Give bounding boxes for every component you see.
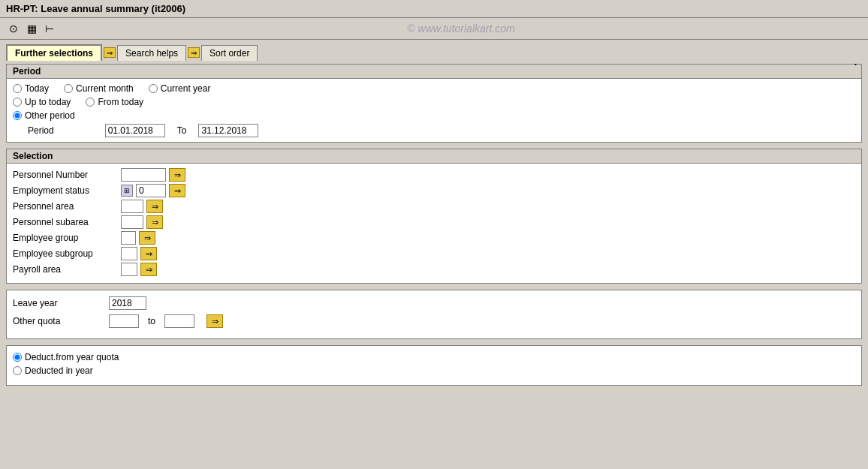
other-quota-label: Other quota: [13, 316, 103, 326]
today-label: Today: [25, 83, 49, 94]
dot-marker: ·: [854, 56, 857, 72]
deduct-from-year-row: Deduct.from year quota: [13, 352, 855, 362]
further-selections-label: Further selections: [15, 48, 93, 59]
title-text: HR-PT: Leave annual summary (it2006): [6, 3, 185, 14]
deduct-section: Deduct.from year quota Deducted in year: [6, 345, 862, 386]
personnel-number-arrow-btn[interactable]: ⇒: [169, 168, 185, 182]
personnel-number-label: Personnel Number: [13, 170, 118, 180]
selection-section: Selection Personnel Number ⇒ Employment …: [6, 149, 862, 284]
save-icon[interactable]: ▦: [24, 21, 39, 36]
other-period-label: Other period: [25, 110, 75, 121]
employee-group-label: Employee group: [13, 233, 118, 243]
period-date-row: Period To: [13, 124, 855, 137]
deducted-in-year-row: Deducted in year: [13, 365, 855, 376]
other-period-radio[interactable]: [13, 111, 22, 120]
period-to-input[interactable]: [198, 124, 258, 137]
current-year-label: Current year: [161, 83, 211, 94]
leave-quota-section: Leave year Other quota to ⇒: [6, 290, 862, 339]
tab-arrow-2: ⇒: [188, 47, 200, 58]
period-section: Period Today Current month Current year: [6, 64, 862, 143]
personnel-subarea-input[interactable]: [121, 215, 143, 229]
employment-status-row: Employment status ⊞ ⇒: [13, 184, 855, 197]
today-option[interactable]: Today: [13, 83, 49, 94]
personnel-area-row: Personnel area ⇒: [13, 200, 855, 213]
employee-subgroup-row: Employee subgroup ⇒: [13, 247, 855, 260]
today-radio[interactable]: [13, 84, 22, 93]
tab-search-helps[interactable]: Search helps: [117, 45, 186, 61]
employment-status-input[interactable]: [136, 184, 166, 197]
employment-status-label: Employment status: [13, 185, 118, 196]
period-to-label: To: [177, 125, 187, 136]
up-to-today-label: Up to today: [25, 97, 71, 107]
main-content: Period Today Current month Current year: [0, 61, 868, 469]
from-today-radio[interactable]: [86, 98, 95, 107]
period-row-2: Up to today From today: [13, 97, 855, 107]
up-to-today-radio[interactable]: [13, 98, 22, 107]
other-quota-to-label: to: [148, 316, 155, 326]
period-row-1: Today Current month Current year: [13, 83, 855, 94]
tab-further-selections[interactable]: Further selections: [6, 44, 102, 61]
employee-group-input[interactable]: [121, 231, 136, 245]
employee-subgroup-label: Employee subgroup: [13, 248, 118, 259]
current-month-option[interactable]: Current month: [64, 83, 134, 94]
other-quota-to-input[interactable]: [164, 314, 194, 328]
payroll-area-row: Payroll area ⇒: [13, 263, 855, 276]
employment-status-icon[interactable]: ⊞: [121, 185, 133, 197]
deducted-in-year-option[interactable]: Deducted in year: [13, 365, 93, 376]
current-month-radio[interactable]: [64, 84, 73, 93]
toolbar: ⊙ ▦ ⊢ © www.tutorialkart.com: [0, 18, 868, 40]
employee-subgroup-arrow-btn[interactable]: ⇒: [140, 247, 157, 260]
personnel-area-input[interactable]: [121, 200, 143, 213]
period-from-input[interactable]: [105, 124, 165, 137]
personnel-number-input[interactable]: [121, 168, 166, 182]
current-year-radio[interactable]: [149, 84, 158, 93]
leave-year-label: Leave year: [13, 298, 103, 308]
personnel-subarea-label: Personnel subarea: [13, 217, 118, 227]
deducted-in-year-radio[interactable]: [13, 366, 22, 375]
from-today-label: From today: [98, 97, 143, 107]
home-icon[interactable]: ⊙: [6, 21, 21, 36]
personnel-subarea-arrow-btn[interactable]: ⇒: [146, 215, 163, 229]
up-to-today-option[interactable]: Up to today: [13, 97, 71, 107]
current-year-option[interactable]: Current year: [149, 83, 211, 94]
personnel-subarea-row: Personnel subarea ⇒: [13, 215, 855, 229]
other-quota-from-input[interactable]: [109, 314, 139, 328]
personnel-area-label: Personnel area: [13, 201, 118, 212]
personnel-area-arrow-btn[interactable]: ⇒: [146, 200, 163, 213]
deducted-in-year-label: Deducted in year: [25, 365, 93, 376]
tabs-bar: Further selections ⇒ Search helps ⇒ Sort…: [0, 40, 868, 61]
payroll-area-input[interactable]: [121, 263, 137, 276]
current-month-label: Current month: [76, 83, 134, 94]
employee-subgroup-input[interactable]: [121, 247, 137, 260]
tab-arrow-1: ⇒: [104, 47, 116, 58]
deduct-from-year-label: Deduct.from year quota: [25, 352, 119, 362]
other-period-option[interactable]: Other period: [13, 110, 75, 121]
deduct-from-year-radio[interactable]: [13, 353, 22, 362]
title-bar: HR-PT: Leave annual summary (it2006): [0, 0, 868, 18]
other-quota-arrow-btn[interactable]: ⇒: [206, 314, 223, 328]
employment-status-arrow-btn[interactable]: ⇒: [169, 184, 185, 197]
nav-icon[interactable]: ⊢: [42, 21, 57, 36]
period-label: Period: [28, 125, 54, 136]
personnel-number-row: Personnel Number ⇒: [13, 168, 855, 182]
employee-group-arrow-btn[interactable]: ⇒: [139, 231, 155, 245]
from-today-option[interactable]: From today: [86, 97, 143, 107]
search-helps-label: Search helps: [125, 48, 178, 59]
leave-year-input[interactable]: [109, 296, 146, 310]
sort-order-label: Sort order: [209, 48, 249, 59]
watermark-text: © www.tutorialkart.com: [60, 23, 862, 35]
employee-group-row: Employee group ⇒: [13, 231, 855, 245]
deduct-from-year-option[interactable]: Deduct.from year quota: [13, 352, 119, 362]
period-section-title: Period: [7, 65, 861, 79]
selection-section-title: Selection: [7, 149, 861, 164]
other-quota-row: Other quota to ⇒: [13, 314, 855, 328]
tab-sort-order[interactable]: Sort order: [201, 45, 258, 61]
payroll-area-label: Payroll area: [13, 264, 118, 275]
leave-year-row: Leave year: [13, 296, 855, 310]
payroll-area-arrow-btn[interactable]: ⇒: [140, 263, 157, 276]
period-row-3: Other period: [13, 110, 855, 121]
